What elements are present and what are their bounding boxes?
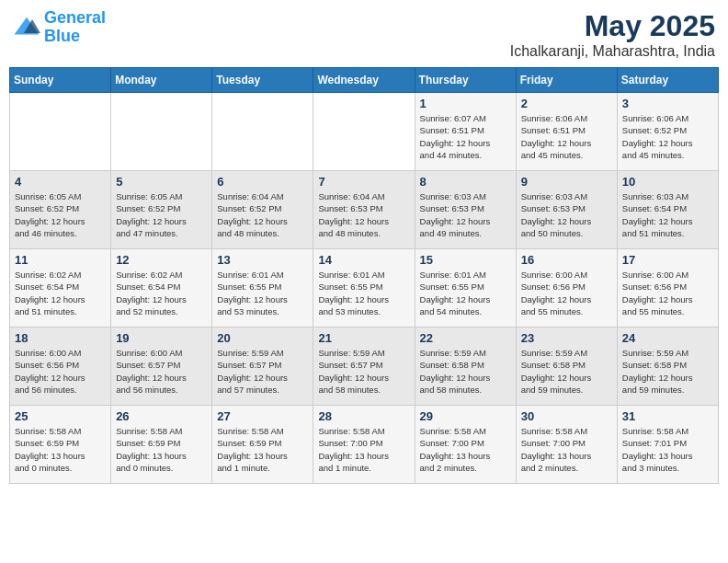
calendar-cell: 11Sunrise: 6:02 AM Sunset: 6:54 PM Dayli… (10, 249, 111, 327)
calendar-cell: 2Sunrise: 6:06 AM Sunset: 6:51 PM Daylig… (516, 93, 617, 171)
day-info: Sunrise: 5:59 AM Sunset: 6:57 PM Dayligh… (318, 347, 409, 396)
logo-general: General (44, 8, 106, 27)
day-info: Sunrise: 5:58 AM Sunset: 7:01 PM Dayligh… (622, 425, 713, 474)
calendar-cell: 3Sunrise: 6:06 AM Sunset: 6:52 PM Daylig… (617, 93, 718, 171)
calendar-cell: 31Sunrise: 5:58 AM Sunset: 7:01 PM Dayli… (617, 406, 718, 484)
day-number: 18 (15, 331, 106, 345)
weekday-header: Thursday (415, 68, 516, 93)
day-info: Sunrise: 5:58 AM Sunset: 6:59 PM Dayligh… (15, 425, 106, 474)
day-number: 29 (420, 409, 511, 423)
page-header: General Blue May 2025 Ichalkaranji, Maha… (9, 9, 719, 60)
calendar-cell: 27Sunrise: 5:58 AM Sunset: 6:59 PM Dayli… (212, 406, 313, 484)
day-number: 23 (521, 331, 612, 345)
day-info: Sunrise: 6:03 AM Sunset: 6:54 PM Dayligh… (622, 190, 713, 239)
calendar-cell: 17Sunrise: 6:00 AM Sunset: 6:56 PM Dayli… (617, 249, 718, 327)
calendar-cell: 15Sunrise: 6:01 AM Sunset: 6:55 PM Dayli… (415, 249, 516, 327)
day-info: Sunrise: 6:04 AM Sunset: 6:53 PM Dayligh… (318, 190, 409, 239)
day-number: 20 (217, 331, 308, 345)
month-title: May 2025 (510, 9, 715, 43)
day-info: Sunrise: 6:00 AM Sunset: 6:56 PM Dayligh… (15, 347, 106, 396)
calendar-cell: 19Sunrise: 6:00 AM Sunset: 6:57 PM Dayli… (111, 327, 212, 406)
day-number: 31 (622, 409, 713, 423)
day-number: 2 (521, 97, 612, 110)
calendar-week-row: 1Sunrise: 6:07 AM Sunset: 6:51 PM Daylig… (10, 93, 719, 171)
calendar-cell: 10Sunrise: 6:03 AM Sunset: 6:54 PM Dayli… (617, 171, 718, 249)
calendar-cell: 25Sunrise: 5:58 AM Sunset: 6:59 PM Dayli… (10, 406, 111, 484)
day-info: Sunrise: 5:58 AM Sunset: 6:59 PM Dayligh… (116, 425, 207, 474)
calendar-cell: 5Sunrise: 6:05 AM Sunset: 6:52 PM Daylig… (111, 171, 212, 249)
day-number: 7 (318, 175, 409, 189)
day-info: Sunrise: 5:58 AM Sunset: 7:00 PM Dayligh… (420, 425, 511, 474)
day-number: 12 (116, 253, 207, 267)
weekday-header: Sunday (10, 68, 111, 93)
calendar-cell: 23Sunrise: 5:59 AM Sunset: 6:58 PM Dayli… (516, 327, 617, 406)
day-number: 6 (217, 175, 308, 189)
day-info: Sunrise: 6:04 AM Sunset: 6:52 PM Dayligh… (217, 190, 308, 239)
day-info: Sunrise: 6:01 AM Sunset: 6:55 PM Dayligh… (318, 269, 409, 317)
calendar-cell: 18Sunrise: 6:00 AM Sunset: 6:56 PM Dayli… (10, 327, 111, 406)
day-number: 8 (420, 175, 511, 189)
day-number: 28 (318, 409, 409, 423)
calendar-week-row: 18Sunrise: 6:00 AM Sunset: 6:56 PM Dayli… (10, 327, 719, 406)
day-number: 10 (622, 175, 713, 189)
day-info: Sunrise: 6:02 AM Sunset: 6:54 PM Dayligh… (116, 269, 207, 317)
day-info: Sunrise: 5:58 AM Sunset: 7:00 PM Dayligh… (318, 425, 409, 474)
day-info: Sunrise: 6:05 AM Sunset: 6:52 PM Dayligh… (15, 190, 106, 239)
calendar-cell: 6Sunrise: 6:04 AM Sunset: 6:52 PM Daylig… (212, 171, 313, 249)
day-info: Sunrise: 5:58 AM Sunset: 7:00 PM Dayligh… (521, 425, 612, 474)
calendar-week-row: 11Sunrise: 6:02 AM Sunset: 6:54 PM Dayli… (10, 249, 719, 327)
calendar-table: SundayMondayTuesdayWednesdayThursdayFrid… (9, 67, 719, 484)
weekday-header-row: SundayMondayTuesdayWednesdayThursdayFrid… (10, 68, 719, 93)
day-number: 15 (420, 253, 511, 267)
day-info: Sunrise: 6:06 AM Sunset: 6:52 PM Dayligh… (622, 112, 713, 161)
logo-icon (13, 14, 40, 41)
calendar-cell: 1Sunrise: 6:07 AM Sunset: 6:51 PM Daylig… (415, 93, 516, 171)
day-number: 21 (318, 331, 409, 345)
weekday-header: Saturday (617, 68, 718, 93)
day-number: 17 (622, 253, 713, 267)
calendar-cell: 30Sunrise: 5:58 AM Sunset: 7:00 PM Dayli… (516, 406, 617, 484)
title-block: May 2025 Ichalkaranji, Maharashtra, Indi… (510, 9, 715, 60)
calendar-cell (111, 93, 212, 171)
calendar-cell: 26Sunrise: 5:58 AM Sunset: 6:59 PM Dayli… (111, 406, 212, 484)
calendar-cell (313, 93, 415, 171)
weekday-header: Monday (111, 68, 212, 93)
calendar-cell (212, 93, 313, 171)
day-info: Sunrise: 6:01 AM Sunset: 6:55 PM Dayligh… (217, 269, 308, 317)
day-info: Sunrise: 6:05 AM Sunset: 6:52 PM Dayligh… (116, 190, 207, 239)
logo-text: General Blue (44, 9, 106, 46)
day-number: 13 (217, 253, 308, 267)
location-title: Ichalkaranji, Maharashtra, India (510, 43, 715, 60)
logo-blue: Blue (44, 27, 80, 45)
weekday-header: Tuesday (212, 68, 313, 93)
day-number: 22 (420, 331, 511, 345)
day-info: Sunrise: 6:03 AM Sunset: 6:53 PM Dayligh… (420, 190, 511, 239)
day-info: Sunrise: 5:59 AM Sunset: 6:58 PM Dayligh… (622, 347, 713, 396)
day-info: Sunrise: 5:58 AM Sunset: 6:59 PM Dayligh… (217, 425, 308, 474)
day-info: Sunrise: 6:02 AM Sunset: 6:54 PM Dayligh… (15, 269, 106, 317)
day-info: Sunrise: 6:01 AM Sunset: 6:55 PM Dayligh… (420, 269, 511, 317)
day-info: Sunrise: 5:59 AM Sunset: 6:57 PM Dayligh… (217, 347, 308, 396)
day-number: 25 (15, 409, 106, 423)
day-number: 4 (15, 175, 106, 189)
calendar-cell: 7Sunrise: 6:04 AM Sunset: 6:53 PM Daylig… (313, 171, 415, 249)
day-number: 19 (116, 331, 207, 345)
day-info: Sunrise: 5:59 AM Sunset: 6:58 PM Dayligh… (521, 347, 612, 396)
day-number: 5 (116, 175, 207, 189)
calendar-week-row: 4Sunrise: 6:05 AM Sunset: 6:52 PM Daylig… (10, 171, 719, 249)
day-number: 9 (521, 175, 612, 189)
day-info: Sunrise: 6:00 AM Sunset: 6:56 PM Dayligh… (521, 269, 612, 317)
day-number: 27 (217, 409, 308, 423)
day-info: Sunrise: 5:59 AM Sunset: 6:58 PM Dayligh… (420, 347, 511, 396)
day-number: 3 (622, 97, 713, 110)
day-number: 24 (622, 331, 713, 345)
calendar-cell: 20Sunrise: 5:59 AM Sunset: 6:57 PM Dayli… (212, 327, 313, 406)
calendar-cell: 9Sunrise: 6:03 AM Sunset: 6:53 PM Daylig… (516, 171, 617, 249)
calendar-cell (10, 93, 111, 171)
weekday-header: Wednesday (313, 68, 415, 93)
calendar-cell: 22Sunrise: 5:59 AM Sunset: 6:58 PM Dayli… (415, 327, 516, 406)
calendar-cell: 14Sunrise: 6:01 AM Sunset: 6:55 PM Dayli… (313, 249, 415, 327)
calendar-cell: 29Sunrise: 5:58 AM Sunset: 7:00 PM Dayli… (415, 406, 516, 484)
day-number: 1 (420, 97, 511, 110)
day-info: Sunrise: 6:00 AM Sunset: 6:57 PM Dayligh… (116, 347, 207, 396)
